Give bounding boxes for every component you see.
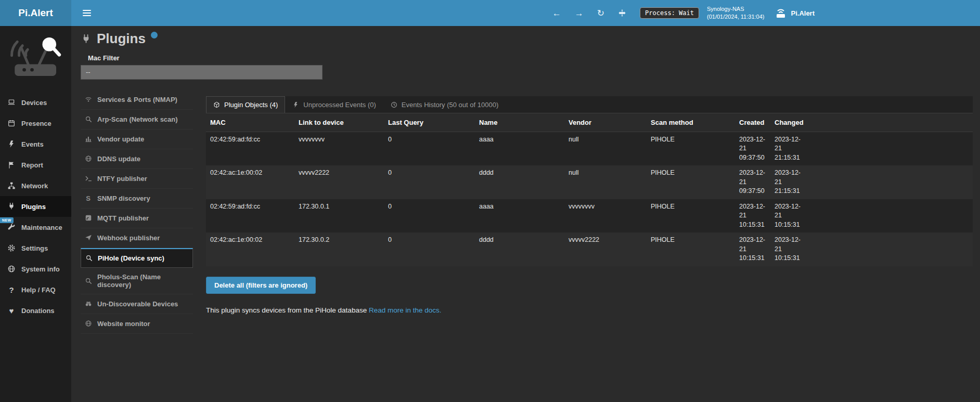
mac-filter-label: Mac Filter	[88, 54, 973, 62]
plug-icon	[81, 34, 92, 45]
forward-arrow-icon[interactable]: →	[575, 9, 584, 18]
sidebar-item-label: System info	[21, 265, 60, 273]
plugin-item-label: Un-Discoverable Devices	[97, 300, 178, 308]
filler-cell	[806, 132, 973, 165]
binoculars-icon	[84, 300, 93, 307]
plugin-item-website-monitor[interactable]: Website monitor	[81, 314, 193, 334]
scan-method-cell: PIHOLE	[647, 199, 735, 233]
plugin-item-vendor-update[interactable]: Vendor update	[81, 129, 193, 149]
sidebar-item-settings[interactable]: Settings	[0, 238, 71, 258]
brand-text[interactable]: Pi.Alert	[791, 9, 815, 17]
plugin-item-label: Arp-Scan (Network scan)	[97, 115, 178, 123]
plugin-item-label: Pholus-Scan (Name discovery)	[97, 273, 190, 289]
new-badge: NEW	[0, 217, 14, 223]
last-query-cell: 0	[384, 132, 475, 165]
help-badge-icon[interactable]	[151, 32, 158, 38]
plug-icon	[7, 202, 16, 211]
wifi-scan-icon	[84, 96, 93, 103]
refresh-icon[interactable]: ↻	[597, 9, 604, 18]
host-name: Synology-NAS	[707, 6, 744, 12]
top-bar: Pi.Alert ← → ↻ Process: Wait Synology-NA…	[0, 0, 980, 26]
globe-icon	[7, 265, 16, 273]
plugin-item-snmp-discovery[interactable]: S SNMP discovery	[81, 189, 193, 209]
sidebar-item-help-faq[interactable]: ? Help / FAQ	[0, 279, 71, 300]
sidebar-item-label: Maintenance	[21, 224, 62, 231]
sidebar-item-events[interactable]: Events	[0, 134, 71, 154]
plugin-item-undiscoverable-devices[interactable]: Un-Discoverable Devices	[81, 294, 193, 314]
scan-method-cell: PIHOLE	[647, 132, 735, 165]
page-title-text: Plugins	[97, 31, 146, 46]
sidebar-item-donations[interactable]: ♥ Donations	[0, 300, 71, 321]
gear-icon	[7, 244, 16, 252]
mac-link[interactable]: 02:42:59:ad:fd:cc	[206, 132, 294, 165]
plugin-item-services-ports[interactable]: Services & Ports (NMAP)	[81, 90, 193, 110]
mac-filter-input[interactable]	[81, 65, 323, 80]
created-cell: 2023-12-21 09:37:50	[735, 165, 770, 199]
plugin-item-ntfy-publisher[interactable]: NTFY publisher	[81, 169, 193, 189]
back-arrow-icon[interactable]: ←	[552, 9, 561, 18]
tab-unprocessed-events[interactable]: Unprocessed Events (0)	[285, 96, 383, 113]
main-content: Plugins Mac Filter Services & Ports (NMA…	[71, 26, 980, 402]
plugin-item-label: PiHole (Device sync)	[98, 254, 164, 262]
last-query-cell: 0	[384, 232, 475, 266]
laptop-icon	[7, 98, 16, 107]
sidebar-item-devices[interactable]: Devices	[0, 92, 71, 113]
sidebar-item-presence[interactable]: Presence	[0, 113, 71, 134]
mqtt-icon	[84, 214, 93, 222]
plugin-item-arp-scan[interactable]: Arp-Scan (Network scan)	[81, 110, 193, 129]
vendor-cell: null	[564, 165, 647, 199]
plugin-item-webhook-publisher[interactable]: Webhook publisher	[81, 228, 193, 248]
filler-cell	[806, 199, 973, 233]
plugin-objects-table: MAC Link to device Last Query Name Vendo…	[206, 113, 973, 266]
mac-link[interactable]: 02:42:ac:1e:00:02	[206, 232, 294, 266]
device-link[interactable]: vvvvvvvv	[294, 132, 384, 165]
move-arrows-icon[interactable]	[618, 9, 626, 17]
sidebar-item-label: Presence	[21, 120, 51, 127]
plugin-item-pihole-device-sync[interactable]: PiHole (Device sync)	[81, 248, 193, 268]
scan-method-cell: PIHOLE	[647, 232, 735, 266]
sidebar-item-label: Plugins	[21, 203, 46, 211]
plugin-item-label: NTFY publisher	[97, 175, 147, 183]
sidebar-item-maintenance[interactable]: NEW Maintenance	[0, 217, 71, 238]
paper-plane-icon	[84, 234, 93, 241]
wrench-icon	[7, 223, 16, 231]
mac-link[interactable]: 02:42:ac:1e:00:02	[206, 165, 294, 199]
plugin-item-label: Vendor update	[97, 135, 144, 143]
plugin-item-ddns-update[interactable]: DDNS update	[81, 149, 193, 169]
bolt-icon	[292, 101, 299, 108]
plugin-detail-panel: Plugin Objects (4) Unprocessed Events (0…	[206, 96, 973, 314]
plugin-item-label: DDNS update	[97, 155, 140, 163]
sidebar-item-report[interactable]: Report	[0, 154, 71, 175]
sidebar-item-plugins[interactable]: Plugins	[0, 196, 71, 217]
docs-link[interactable]: Read more in the docs.	[369, 306, 442, 314]
col-header-last-query: Last Query	[384, 113, 475, 132]
sidebar: Devices Presence Events Report Network P…	[0, 26, 71, 402]
device-link[interactable]: 172.30.0.1	[294, 199, 384, 233]
delete-all-button[interactable]: Delete all (filters are ignored)	[206, 277, 316, 294]
table-row: 02:42:59:ad:fd:cc vvvvvvvv 0 aaaa null P…	[206, 132, 973, 165]
snmp-icon: S	[84, 195, 93, 202]
flag-icon	[7, 161, 16, 169]
plugin-description: This plugin syncs devices from the PiHol…	[206, 306, 973, 314]
hamburger-menu-icon[interactable]	[78, 6, 96, 20]
plugin-list: Services & Ports (NMAP) Arp-Scan (Networ…	[81, 90, 193, 334]
created-cell: 2023-12-21 10:15:31	[735, 232, 770, 266]
plugin-item-pholus-scan[interactable]: Pholus-Scan (Name discovery)	[81, 268, 193, 294]
device-link[interactable]: vvvvv2222	[294, 165, 384, 199]
sidebar-item-network[interactable]: Network	[0, 175, 71, 196]
question-icon: ?	[7, 286, 16, 294]
col-header-created: Created	[735, 113, 770, 132]
sidebar-item-system-info[interactable]: System info	[0, 258, 71, 279]
table-header-row: MAC Link to device Last Query Name Vendo…	[206, 113, 973, 132]
mac-link[interactable]: 02:42:59:ad:fd:cc	[206, 199, 294, 233]
terminal-icon	[84, 175, 93, 182]
bar-chart-icon	[84, 135, 93, 142]
tab-events-history[interactable]: Events History (50 out of 10000)	[383, 96, 506, 113]
plugin-item-mqtt-publisher[interactable]: MQTT publisher	[81, 209, 193, 228]
clock-icon	[391, 101, 397, 108]
globe-icon	[84, 320, 93, 327]
device-link[interactable]: 172.30.0.2	[294, 232, 384, 266]
table-row: 02:42:59:ad:fd:cc 172.30.0.1 0 aaaa vvvv…	[206, 199, 973, 233]
app-logo[interactable]: Pi.Alert	[0, 0, 71, 26]
tab-plugin-objects[interactable]: Plugin Objects (4)	[206, 96, 285, 113]
